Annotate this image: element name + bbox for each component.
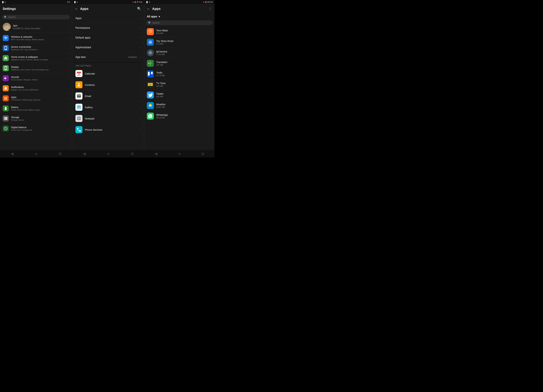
settings-search-bar[interactable]: 🔍 xyxy=(2,15,70,19)
notifications-subtitle: Badges, Lock screen notifications xyxy=(11,89,66,91)
apps-chevron-icon: › xyxy=(68,97,69,100)
notifications-title: Notifications xyxy=(11,86,66,89)
digital-icon xyxy=(3,125,9,132)
toy-story-icon: TS xyxy=(147,39,154,46)
app-item-gallery[interactable]: Gallery › xyxy=(72,102,144,113)
apps-list: T Toon Blast 203 MB › TS Toy Story Drop! xyxy=(144,27,215,150)
app-list-item-weather[interactable]: Weather 18.87 MB › xyxy=(144,100,215,111)
apps-title: Apps xyxy=(80,7,135,11)
apps-search-bar[interactable]: 🔍 xyxy=(146,20,213,25)
storage-chevron-icon: › xyxy=(68,117,69,120)
settings-item-battery[interactable]: Battery Power saving mode, Battery usage… xyxy=(0,103,72,113)
contacts-chevron-icon: › xyxy=(140,84,141,86)
left-home-button[interactable]: ○ xyxy=(35,152,37,156)
app-list-item-toon-blast[interactable]: T Toon Blast 203 MB › xyxy=(144,27,215,37)
translator-icon: aA xyxy=(147,60,154,67)
email-chevron-icon: › xyxy=(140,95,141,97)
app-item-phone-services[interactable]: Phone Services › xyxy=(72,124,144,135)
right-recents-button[interactable]: □ xyxy=(202,152,204,156)
right-back-button[interactable]: ◁ xyxy=(155,152,157,156)
mid-back-button[interactable]: ◁ xyxy=(83,152,85,156)
device-icon xyxy=(3,45,9,51)
battery-title: Battery xyxy=(11,106,66,109)
apps-menu-list: Apps › Permissions › Default apps › AppA… xyxy=(72,13,144,150)
more-options-button[interactable]: ⋮ xyxy=(209,7,212,11)
settings-item-device[interactable]: Device connectivity Bluetooth, NFC, Easy… xyxy=(0,43,72,53)
apps-back-button[interactable]: ← xyxy=(75,7,78,11)
online-indicator xyxy=(9,29,10,30)
device-chevron-icon: › xyxy=(68,47,69,49)
right-home-button[interactable]: ○ xyxy=(179,152,181,156)
settings-item-notifications[interactable]: Notifications Badges, Lock screen notifi… xyxy=(0,83,72,93)
app-list-item-tpcamera[interactable]: tpCamera 77.42 MB › xyxy=(144,48,215,58)
profile-name: Jam xyxy=(13,24,66,27)
mid-recents-button[interactable]: □ xyxy=(131,152,133,156)
left-recents-button[interactable]: □ xyxy=(59,152,61,156)
contacts-label: Contacts xyxy=(85,84,137,86)
translator-chevron-icon: › xyxy=(211,62,212,65)
settings-item-sounds[interactable]: Sounds Do not disturb, Ringtone, Vibrate… xyxy=(0,73,72,83)
dropdown-icon: ▼ xyxy=(158,15,161,18)
phone-app-icon xyxy=(75,126,82,133)
menu-item-default-apps[interactable]: Default apps › xyxy=(72,33,144,43)
right-nav-bar: ◁ ○ □ xyxy=(144,150,215,157)
mid-home-button[interactable]: ○ xyxy=(107,152,109,156)
app-list-item-twitter[interactable]: Twitter 162 MB › xyxy=(144,90,215,100)
battery-subtitle: Power saving mode, Battery usage xyxy=(11,109,66,111)
notepad-app-icon xyxy=(75,115,82,122)
settings-item-storage[interactable]: Storage Storage cleaner › xyxy=(0,113,72,123)
right-signal-icon: ▐▌ ≋ xyxy=(146,1,150,3)
settings-item-homescreen[interactable]: Home screen & wallpaper Magazine unlock,… xyxy=(0,53,72,63)
profile-item[interactable]: Jam HUAWEI ID, Cloud, and others › xyxy=(0,21,72,33)
app-item-email[interactable]: Email › xyxy=(72,90,144,102)
right-apps-back-button[interactable]: ← xyxy=(147,7,150,11)
settings-title: Settings xyxy=(3,7,69,11)
app-item-calendar[interactable]: 15 Calendar › xyxy=(72,68,144,79)
sounds-chevron-icon: › xyxy=(68,77,69,79)
settings-item-apps[interactable]: Apps Permissions, Default apps, App twin… xyxy=(0,93,72,103)
sounds-icon xyxy=(3,75,9,81)
weather-size: 18.87 MB xyxy=(156,106,209,108)
all-apps-filter[interactable]: All apps ▼ xyxy=(144,13,215,20)
svg-point-18 xyxy=(151,52,151,53)
whatsapp-size: 89.10 MB xyxy=(156,117,209,119)
apps-search-input[interactable] xyxy=(152,22,210,24)
display-title: Display xyxy=(11,66,66,68)
svg-rect-25 xyxy=(151,72,153,74)
weather-name: Weather xyxy=(156,103,209,106)
translator-name: Translator xyxy=(156,61,209,63)
mid-nav-bar: ◁ ○ □ xyxy=(72,150,144,157)
digital-title: Digital balance xyxy=(11,126,66,129)
settings-item-digital[interactable]: Digital balance Screen time management › xyxy=(0,123,72,134)
permissions-chevron-icon: › xyxy=(140,27,141,29)
apps-header: ← Apps 🔍 xyxy=(72,4,144,13)
left-back-button[interactable]: ◁ xyxy=(11,152,13,156)
storage-subtitle: Storage cleaner xyxy=(11,119,66,121)
settings-item-display[interactable]: Display Brightness, Eye comfort, Text an… xyxy=(0,63,72,73)
whatsapp-name: WhatsApp xyxy=(156,113,209,116)
display-icon xyxy=(3,65,9,71)
app-list-item-translator[interactable]: aA Translator 107 MB › xyxy=(144,58,215,69)
email-label: Email xyxy=(85,95,137,97)
avatar xyxy=(3,23,11,31)
apps-search-button[interactable]: 🔍 xyxy=(137,7,141,11)
menu-item-permissions[interactable]: Permissions › xyxy=(72,23,144,33)
app-item-contacts[interactable]: Contacts › xyxy=(72,79,144,90)
settings-search-input[interactable] xyxy=(8,16,68,18)
app-list-item-toy-story[interactable]: TS Toy Story Drop! 270 MB › xyxy=(144,37,215,48)
apps-search-icon: 🔍 xyxy=(148,22,151,24)
app-list-item-trello[interactable]: Trello 37.78 MB › xyxy=(144,69,215,79)
translator-size: 107 MB xyxy=(156,64,209,66)
search-icon: 🔍 xyxy=(4,16,7,18)
twitter-size: 162 MB xyxy=(156,95,209,98)
notepad-label: Notepad xyxy=(85,117,137,120)
apps-title: Apps xyxy=(11,96,66,99)
app-item-notepad[interactable]: Notepad › xyxy=(72,113,144,124)
menu-item-app-twin[interactable]: App twin Disabled › xyxy=(72,52,144,62)
settings-item-wireless[interactable]: Wireless & networks Wi-Fi, Dual SIM sett… xyxy=(0,33,72,43)
menu-item-appassistant[interactable]: AppAssistant › xyxy=(72,43,144,52)
menu-item-apps[interactable]: Apps › xyxy=(72,13,144,23)
app-list-item-tv-time[interactable]: T TV Time 142 MB › xyxy=(144,79,215,90)
app-list-item-whatsapp[interactable]: WhatsApp 89.10 MB › xyxy=(144,111,215,121)
device-subtitle: Bluetooth, NFC, Easy projection xyxy=(11,49,66,50)
